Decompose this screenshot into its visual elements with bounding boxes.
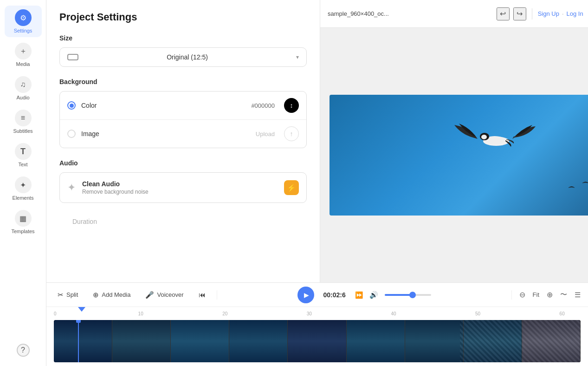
background-options: Color #000000 ↕ Image Upload ↑ bbox=[59, 91, 307, 148]
ruler-mark-50: 50 bbox=[475, 311, 480, 316]
settings-panel: Project Settings Size Original (12:5) ▾ … bbox=[46, 0, 320, 282]
volume-thumb[interactable] bbox=[409, 292, 416, 298]
ruler-mark-10: 10 bbox=[138, 311, 143, 316]
sidebar-item-help[interactable]: ? bbox=[5, 340, 42, 360]
sparkle-icon: ✦ bbox=[67, 182, 76, 194]
background-image-option[interactable]: Image Upload ↑ bbox=[60, 120, 306, 148]
help-icon: ? bbox=[17, 344, 30, 357]
split-button[interactable]: ✂ Split bbox=[54, 288, 82, 302]
fit-label[interactable]: Fit bbox=[533, 291, 539, 298]
split-label: Split bbox=[66, 291, 78, 298]
clean-audio-subtitle: Remove background noise bbox=[82, 189, 278, 195]
ruler-numbers: 0 10 20 30 40 50 60 bbox=[54, 307, 581, 320]
timeline-toolbar: ✂ Split ⊕ Add Media 🎤 Voiceover ⏮ ▶ 00:0… bbox=[46, 283, 588, 307]
sidebar-item-settings-label: Settings bbox=[14, 28, 32, 33]
duration-label: Duration bbox=[72, 218, 97, 225]
volume-icon[interactable]: 🔊 bbox=[369, 291, 378, 299]
sidebar-item-subtitles[interactable]: ≡ Subtitles bbox=[5, 106, 42, 137]
add-media-button[interactable]: ⊕ Add Media bbox=[89, 288, 134, 302]
size-value: Original (12:5) bbox=[83, 53, 291, 61]
ruler-mark-30: 30 bbox=[307, 311, 312, 316]
sidebar-item-subtitles-label: Subtitles bbox=[13, 128, 32, 134]
audio-label: Audio bbox=[59, 159, 307, 167]
ruler-mark-20: 20 bbox=[222, 311, 227, 316]
media-icon: ＋ bbox=[15, 43, 32, 59]
filename: sample_960×400_oc... bbox=[328, 10, 491, 17]
audio-icon: ♫ bbox=[15, 76, 32, 93]
toolbar-separator-2 bbox=[511, 290, 512, 300]
main-content: Project Settings Size Original (12:5) ▾ … bbox=[46, 0, 588, 366]
size-label: Size bbox=[59, 34, 307, 42]
film-frame-3 bbox=[171, 320, 229, 362]
plus-circle-icon: ⊕ bbox=[93, 291, 99, 299]
sidebar-item-text[interactable]: T Text bbox=[5, 139, 42, 171]
timeline-area: ✂ Split ⊕ Add Media 🎤 Voiceover ⏮ ▶ 00:0… bbox=[46, 282, 588, 366]
playhead-marker bbox=[78, 307, 85, 312]
clean-audio-card: ✦ Clean Audio Remove background noise ⚡ bbox=[59, 172, 307, 203]
subtitles-icon: ≡ bbox=[15, 110, 32, 126]
volume-slider[interactable] bbox=[385, 294, 431, 296]
sidebar-item-elements[interactable]: ✦ Elements bbox=[5, 173, 42, 204]
playback-controls: ▶ 00:02:6 ⏩ 🔊 bbox=[297, 287, 431, 303]
background-label: Background bbox=[59, 78, 307, 85]
undo-button[interactable]: ↩ bbox=[497, 7, 510, 20]
nav-arrows: ↩ ↪ bbox=[497, 7, 526, 20]
caption-icon[interactable]: ☰ bbox=[575, 291, 581, 299]
waveform-icon[interactable]: 〜 bbox=[560, 290, 567, 299]
zoom-in-icon[interactable]: ⊕ bbox=[547, 290, 553, 299]
auth-separator: · bbox=[562, 10, 564, 17]
add-media-label: Add Media bbox=[102, 291, 130, 298]
rewind-button[interactable]: ⏮ bbox=[195, 288, 209, 301]
sidebar-item-audio[interactable]: ♫ Audio bbox=[5, 72, 42, 104]
color-value: #000000 bbox=[251, 102, 275, 109]
auth-links: Sign Up · Log In bbox=[538, 10, 583, 17]
voiceover-label: Voiceover bbox=[157, 291, 183, 298]
play-button[interactable]: ▶ bbox=[297, 287, 314, 303]
bird-image bbox=[450, 109, 552, 164]
ruler-mark-0: 0 bbox=[54, 311, 57, 316]
signup-link[interactable]: Sign Up bbox=[538, 10, 559, 17]
voiceover-button[interactable]: 🎤 Voiceover bbox=[142, 288, 187, 302]
fast-forward-icon[interactable]: ⏩ bbox=[355, 291, 363, 299]
settings-icon: ⚙ bbox=[15, 9, 32, 26]
color-swatch[interactable]: ↕ bbox=[284, 98, 299, 113]
text-icon: T bbox=[15, 143, 32, 160]
sidebar-item-audio-label: Audio bbox=[16, 95, 29, 100]
background-color-option[interactable]: Color #000000 ↕ bbox=[60, 92, 306, 120]
top-area: Project Settings Size Original (12:5) ▾ … bbox=[46, 0, 588, 282]
header-divider bbox=[532, 8, 532, 20]
elements-icon: ✦ bbox=[15, 176, 32, 193]
upload-text: Upload bbox=[256, 131, 275, 137]
color-radio[interactable] bbox=[67, 101, 76, 110]
sidebar-item-media-label: Media bbox=[16, 61, 30, 67]
login-link[interactable]: Log In bbox=[567, 10, 583, 17]
filmstrip bbox=[54, 320, 581, 362]
duration-section: Duration bbox=[59, 214, 307, 229]
film-frame-5 bbox=[288, 320, 346, 362]
toolbar-separator bbox=[217, 290, 217, 300]
upload-icon[interactable]: ↑ bbox=[284, 126, 299, 141]
timeline-ruler: 0 10 20 30 40 50 60 bbox=[46, 307, 588, 320]
sidebar-item-media[interactable]: ＋ Media bbox=[5, 39, 42, 71]
sidebar-item-templates[interactable]: ▦ Templates bbox=[5, 206, 42, 238]
redo-button[interactable]: ↪ bbox=[513, 7, 526, 20]
size-section: Size Original (12:5) ▾ bbox=[59, 34, 307, 67]
chevron-down-icon: ▾ bbox=[296, 54, 299, 60]
lightning-badge[interactable]: ⚡ bbox=[284, 180, 299, 195]
small-birds bbox=[566, 178, 588, 197]
image-radio[interactable] bbox=[67, 130, 76, 138]
video-preview bbox=[330, 95, 588, 216]
audio-section: Audio ✦ Clean Audio Remove background no… bbox=[59, 159, 307, 203]
sidebar-item-text-label: Text bbox=[18, 162, 27, 167]
filmstrip-playhead bbox=[78, 320, 79, 362]
sidebar-item-settings[interactable]: ⚙ Settings bbox=[5, 6, 42, 37]
size-dropdown[interactable]: Original (12:5) ▾ bbox=[59, 47, 307, 67]
film-frame-1 bbox=[54, 320, 112, 362]
image-option-label: Image bbox=[81, 130, 250, 137]
aspect-ratio-icon bbox=[67, 54, 78, 60]
page-title: Project Settings bbox=[59, 11, 307, 23]
rewind-icon: ⏮ bbox=[199, 291, 206, 299]
zoom-out-icon[interactable]: ⊖ bbox=[519, 290, 525, 299]
svg-point-3 bbox=[481, 135, 487, 139]
clean-audio-title: Clean Audio bbox=[82, 180, 278, 188]
